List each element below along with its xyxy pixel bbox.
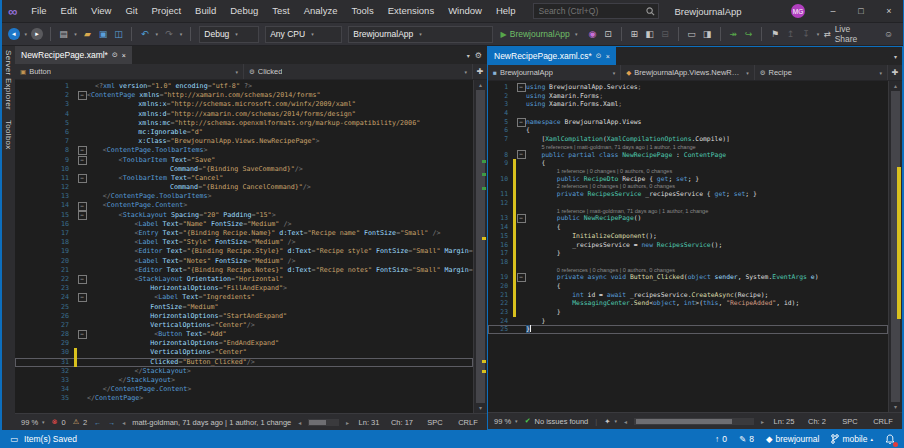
pin-tab-icon[interactable]: ⊙ <box>596 52 602 60</box>
new-file-icon[interactable]: ▤ <box>57 27 70 41</box>
chevron-down-icon[interactable]: ▾ <box>467 52 470 59</box>
fold-collapse-icon[interactable]: − <box>78 202 87 211</box>
collapse-annotation-icon[interactable]: ◂ <box>122 419 125 426</box>
menu-view[interactable]: View <box>84 0 118 22</box>
tool-window-tab-server-explorer[interactable]: Server Explorer <box>4 50 13 110</box>
menu-build[interactable]: Build <box>188 0 223 22</box>
code-line[interactable]: 29HorizontalOptions="EndAndExpand" <box>15 339 473 348</box>
outgoing-commits-button[interactable]: ↑0 <box>715 434 727 444</box>
hscroll-left-icon[interactable]: ◂ <box>624 418 627 425</box>
code-line[interactable]: 9{ <box>488 159 888 168</box>
code-line[interactable]: 30VerticalOptions="Center" <box>15 348 473 357</box>
code-line[interactable]: 14{ <box>488 223 888 232</box>
notifications-button[interactable] <box>885 434 895 445</box>
code-line[interactable]: 9−<ToolbarItem Text="Save" <box>15 156 473 165</box>
code-line[interactable]: 22−<StackLayout Orientation="Horizontal" <box>15 275 473 284</box>
code-line[interactable]: 14−<ContentPage.Content> <box>15 201 473 210</box>
left-vertical-scrollbar[interactable]: ▴ ▾ <box>473 80 487 413</box>
code-line[interactable]: 23} <box>488 308 888 317</box>
code-line[interactable]: 21<Editor Text="{Binding Recipe.Notes}" … <box>15 266 473 275</box>
csharp-code-editor[interactable]: 1−using BrewjournalApp.Services;2using X… <box>488 81 888 412</box>
menu-test[interactable]: Test <box>265 0 296 22</box>
code-line[interactable]: 10Command="{Binding SaveCommand}"/> <box>15 165 473 174</box>
fold-collapse-icon[interactable]: − <box>517 118 526 127</box>
breadcrumb-recipe[interactable]: ⚙Recipe▾ <box>755 65 888 80</box>
pin-tab-icon[interactable]: ⊙ <box>112 51 118 59</box>
code-line[interactable]: 3xmlns:x="http://schemas.microsoft.com/w… <box>15 100 473 109</box>
split-window-icon[interactable]: ✚ <box>473 64 487 79</box>
code-line[interactable]: 8−public partial class NewRecipePage : C… <box>488 151 888 160</box>
code-line[interactable]: 21int id = await _recipesService.CreateA… <box>488 291 888 300</box>
attach-process-icon[interactable]: ▭ <box>685 27 698 41</box>
solution-platform-dropdown[interactable]: Any CPU▾ <box>265 26 342 43</box>
start-debugging-button[interactable]: ▶ BrewjournalApp ▾ <box>497 29 584 39</box>
code-line[interactable]: 3using Xamarin.Forms.Xaml; <box>488 100 888 109</box>
code-line[interactable]: 25FontSize="Medium" <box>15 303 473 312</box>
document-health-indicator[interactable]: ✔No issues found <box>525 417 589 426</box>
codelens-indicator[interactable]: 5 references | matt-goldman, 71 days ago… <box>488 144 888 151</box>
code-line[interactable]: 1<?xml version="1.0" encoding="utf-8" ?> <box>15 82 473 91</box>
code-line[interactable]: 18 <box>488 258 888 267</box>
fold-collapse-icon[interactable]: − <box>78 156 87 165</box>
code-line[interactable]: 2using Xamarin.Forms; <box>488 92 888 101</box>
code-line[interactable]: 33</StackLayout> <box>15 376 473 385</box>
hot-reload-icon[interactable]: ◉ <box>586 27 599 41</box>
navigate-forward-icon[interactable]: ▸ <box>31 28 43 40</box>
hscroll-right-icon[interactable]: ▸ <box>761 418 764 425</box>
line-indicator[interactable]: Ln: 25 <box>771 417 797 426</box>
code-line[interactable]: 16<Label Text="Name" FontSize="Medium" /… <box>15 220 473 229</box>
redo-dropdown-icon[interactable]: ▾ <box>178 31 185 37</box>
code-cleanup-button[interactable]: ✦▾ <box>604 417 617 426</box>
user-avatar[interactable]: MG <box>791 4 805 18</box>
run-target-dropdown-icon[interactable]: ▾ <box>573 31 580 37</box>
xaml-live-preview-icon[interactable]: ◧ <box>643 27 656 41</box>
gear-icon[interactable]: ⚙ <box>475 51 482 60</box>
warning-count[interactable]: ⚠2 <box>73 418 87 427</box>
fold-collapse-icon[interactable]: − <box>78 211 87 220</box>
menu-file[interactable]: File <box>24 0 53 22</box>
spaces-indicator[interactable]: SPC <box>422 418 448 427</box>
zoom-level-dropdown[interactable]: 99 %▾ <box>494 417 518 426</box>
fold-collapse-icon[interactable]: − <box>78 293 87 302</box>
tab-newrecipepage-xaml-cs[interactable]: NewRecipePage.xaml.cs* ⊙ × <box>488 47 616 65</box>
code-line[interactable]: 24−<Label Text="Ingredients" <box>15 293 473 302</box>
code-line[interactable]: 17} <box>488 249 888 258</box>
code-line[interactable]: 35</ContentPage> <box>15 394 473 403</box>
code-line[interactable]: 15InitializeComponent(); <box>488 232 888 241</box>
pending-changes-button[interactable]: ✎8 <box>739 434 754 444</box>
code-line[interactable]: 25} <box>488 325 888 334</box>
right-horizontal-scrollbar[interactable] <box>634 418 754 425</box>
code-line[interactable]: 10public RecipeDto Recipe { get; set; } <box>488 175 888 184</box>
fold-collapse-icon[interactable]: − <box>78 275 87 284</box>
next-issue-icon[interactable]: → <box>108 419 115 426</box>
save-icon[interactable]: ▣ <box>96 27 109 41</box>
menu-git[interactable]: Git <box>118 0 144 22</box>
code-line[interactable]: 11−<ToolbarItem Text="Cancel" <box>15 174 473 183</box>
code-line[interactable]: 12Command="{Binding CancelCommand}"/> <box>15 183 473 192</box>
navigate-backward-icon[interactable]: ◂ <box>8 28 20 40</box>
scroll-down-icon[interactable]: ▾ <box>889 402 902 412</box>
redo-icon[interactable]: ↷ <box>162 27 175 41</box>
error-count[interactable]: ⊗0 <box>52 418 66 427</box>
fold-collapse-icon[interactable]: − <box>517 83 526 92</box>
menu-analyze[interactable]: Analyze <box>297 0 345 22</box>
code-line[interactable]: 4 <box>488 109 888 118</box>
code-line[interactable]: 34</ContentPage.Content> <box>15 385 473 394</box>
code-line[interactable]: 5−namespace BrewjournalApp.Views <box>488 118 888 127</box>
code-line[interactable]: 20<Label Text="Notes" FontSize="Medium" … <box>15 257 473 266</box>
close-button[interactable]: × <box>875 0 903 22</box>
fold-collapse-icon[interactable]: − <box>78 146 87 155</box>
code-line[interactable]: 28−<Button Text="Add" <box>15 330 473 339</box>
startup-project-dropdown[interactable]: BrewjournalApp▾ <box>348 26 492 43</box>
step-into-icon[interactable]: ↠ <box>727 27 740 41</box>
hscroll-left-icon[interactable]: ◂ <box>298 419 301 426</box>
breadcrumb-clicked[interactable]: ⚙Clicked▾ <box>244 64 473 79</box>
scroll-down-icon[interactable]: ▾ <box>474 403 487 413</box>
code-line[interactable]: 27VerticalOptions="Center"/> <box>15 321 473 330</box>
code-line[interactable]: 8−<ContentPage.ToolbarItems> <box>15 146 473 155</box>
breadcrumb-brewjournalapp[interactable]: ■BrewjournalApp▾ <box>488 65 621 80</box>
search-box[interactable] <box>533 3 659 19</box>
left-horizontal-scrollbar[interactable] <box>308 419 339 426</box>
close-tab-icon[interactable]: × <box>606 53 610 60</box>
code-line[interactable]: 22MessagingCenter.Send<object, int>(this… <box>488 299 888 308</box>
